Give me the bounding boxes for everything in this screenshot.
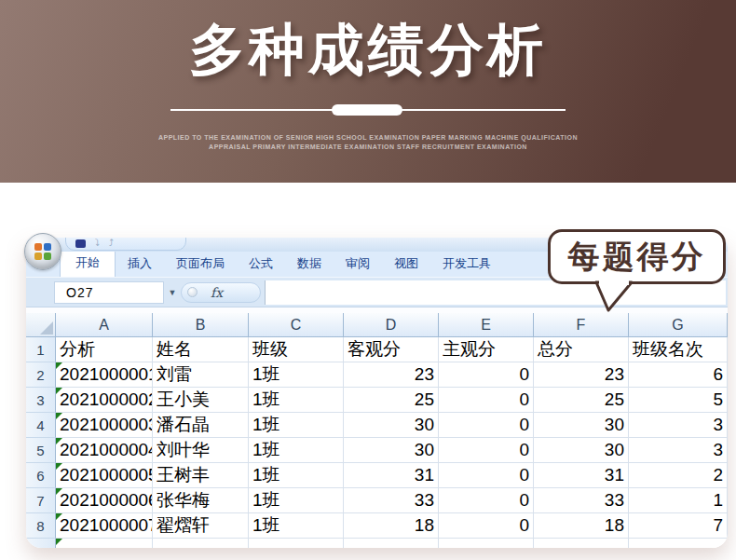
tab-home[interactable]: 开始 [60,249,116,277]
row-header[interactable]: 3 [26,388,56,413]
name-box[interactable]: O27 [54,281,164,304]
cell-g1[interactable]: 班级名次 [629,337,728,362]
cell-f1[interactable]: 总分 [534,337,629,362]
cell-c1[interactable]: 班级 [249,337,344,362]
cell-c6[interactable]: 1班 [249,463,344,488]
cell-b7[interactable]: 张华梅 [153,488,249,513]
cell-d7[interactable]: 33 [344,488,439,513]
cell-f9[interactable] [534,539,629,548]
cell-g9[interactable] [629,539,728,548]
column-header-a[interactable]: A [56,313,153,337]
column-header-c[interactable]: C [249,313,344,337]
save-icon[interactable] [75,239,86,248]
cell-f2[interactable]: 23 [534,362,629,388]
tab-page-layout[interactable]: 页面布局 [164,251,237,277]
row-header[interactable] [26,539,56,548]
cell-e1[interactable]: 主观分 [439,337,534,362]
cell-e7[interactable]: 0 [439,488,534,513]
cell-f5[interactable]: 30 [534,438,629,463]
cell-b3[interactable]: 王小美 [153,388,249,413]
cell-c7[interactable]: 1班 [249,488,344,513]
column-header-g[interactable]: G [629,313,728,337]
cell-d3[interactable]: 25 [344,388,439,413]
fx-dot-icon [187,287,198,297]
tab-data[interactable]: 数据 [285,251,334,277]
cell-a9[interactable] [56,539,153,548]
column-header-b[interactable]: B [153,313,249,337]
row-header[interactable]: 6 [26,463,56,488]
cell-g3[interactable]: 5 [629,388,728,413]
cell-b2[interactable]: 刘雷 [153,362,249,388]
undo-icon[interactable]: ⤵ [95,239,100,248]
cell-g7[interactable]: 1 [629,488,728,513]
cell-g8[interactable]: 7 [629,513,728,539]
cell-c9[interactable] [249,539,344,548]
cell-g2[interactable]: 6 [629,362,728,388]
tab-review[interactable]: 审阅 [334,251,382,277]
cell-b1[interactable]: 姓名 [153,337,249,362]
cell-a4[interactable]: 2021000003 [56,413,153,438]
select-all-triangle-icon [40,321,53,335]
row-header[interactable]: 5 [26,438,56,463]
select-all-corner[interactable] [26,313,56,337]
cell-a7[interactable]: 2021000006 [56,488,153,513]
cell-a8[interactable]: 2021000007 [56,513,153,539]
cell-c4[interactable]: 1班 [249,413,344,438]
cell-b8[interactable]: 翟熠轩 [153,513,249,539]
cell-g4[interactable]: 3 [629,413,728,438]
tab-formulas[interactable]: 公式 [237,251,285,277]
insert-function-button[interactable]: fx [181,282,261,303]
cell-f7[interactable]: 33 [534,488,629,513]
cell-e4[interactable]: 0 [439,413,534,438]
cell-g6[interactable]: 2 [629,463,728,488]
column-header-d[interactable]: D [344,313,439,337]
cell-d5[interactable]: 30 [344,438,439,463]
cell-f4[interactable]: 30 [534,413,629,438]
cell-a2[interactable]: 2021000001 [56,362,153,388]
row-header[interactable]: 7 [26,488,56,513]
cell-f3[interactable]: 25 [534,388,629,413]
cell-f6[interactable]: 31 [534,463,629,488]
name-box-dropdown-icon[interactable]: ▼ [164,281,181,304]
cell-c2[interactable]: 1班 [249,362,344,388]
cell-a1[interactable]: 分析 [56,337,153,362]
tab-developer[interactable]: 开发工具 [430,251,503,277]
cell-d9[interactable] [344,539,439,548]
cell-b6[interactable]: 王树丰 [153,463,249,488]
cell-a5[interactable]: 2021000004 [56,438,153,463]
cell-e9[interactable] [439,539,534,548]
column-header-e[interactable]: E [439,313,534,337]
cell-a3[interactable]: 2021000002 [56,388,153,413]
cell-e5[interactable]: 0 [439,438,534,463]
cell-e8[interactable]: 0 [439,513,534,539]
cell-c5[interactable]: 1班 [249,438,344,463]
column-header-f[interactable]: F [534,313,629,337]
cell-g5[interactable]: 3 [629,438,728,463]
cell-e3[interactable]: 0 [439,388,534,413]
row-header[interactable]: 4 [26,413,56,438]
error-flag-triangle [56,513,62,520]
cell-e2[interactable]: 0 [439,362,534,388]
cell-b4[interactable]: 潘石晶 [153,413,249,438]
cell-c3[interactable]: 1班 [249,388,344,413]
cell-text: 2021000007 [60,515,153,536]
cell-d8[interactable]: 18 [344,513,439,539]
callout-label: 每题得分 [568,236,706,279]
tab-insert[interactable]: 插入 [116,251,164,277]
cell-d1[interactable]: 客观分 [344,337,439,362]
cell-b5[interactable]: 刘叶华 [153,438,249,463]
row-header[interactable]: 1 [26,337,56,362]
cell-b9[interactable] [153,539,249,548]
cell-d6[interactable]: 31 [344,463,439,488]
cell-e6[interactable]: 0 [439,463,534,488]
cell-d2[interactable]: 23 [344,362,439,388]
redo-icon[interactable]: ⤴ [109,239,114,248]
cell-f8[interactable]: 18 [534,513,629,539]
tab-view[interactable]: 视图 [382,251,430,277]
row-header[interactable]: 2 [26,362,56,388]
office-button[interactable] [24,233,61,270]
cell-a6[interactable]: 2021000005 [56,463,153,488]
cell-d4[interactable]: 30 [344,413,439,438]
row-header[interactable]: 8 [26,513,56,539]
cell-c8[interactable]: 1班 [249,513,344,539]
